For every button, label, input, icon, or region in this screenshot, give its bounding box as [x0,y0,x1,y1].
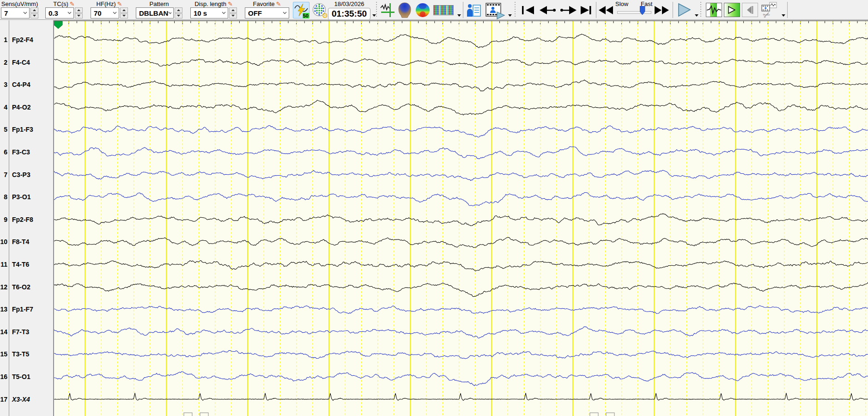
go-to-end-button[interactable] [580,6,593,14]
analysis-back-button[interactable] [742,3,758,17]
spinner-down-button[interactable] [30,13,38,19]
go-to-start-button[interactable] [522,6,534,14]
page-back-button[interactable] [540,6,556,14]
dropdown-disp-length[interactable]: 10 s [190,7,228,18]
trace-T6-O2 [54,282,868,297]
spinner-down-button[interactable] [229,13,237,19]
eeg-canvas[interactable] [54,20,868,416]
dropdown-sens-uv-mm-[interactable]: 7 [1,7,30,18]
separator [700,2,701,18]
channel-label-P3-O1[interactable]: P3-O1 [12,193,30,201]
maps-dropdown-arrow[interactable] [457,14,461,17]
speed-slider-handle[interactable] [640,6,645,15]
fast-forward-icon [655,6,669,14]
separator [515,2,516,18]
speed-slider-track[interactable] [617,11,651,14]
fast-forward-button[interactable] [655,6,669,14]
video-clip-button[interactable]: ✂ [760,1,780,19]
channel-number: 17 [0,395,7,404]
channel-label-F8-T4[interactable]: F8-T4 [12,238,29,246]
head-3d-map-button[interactable] [397,2,412,18]
event-marker-box[interactable] [184,413,192,416]
channel-label-C3-P3[interactable]: C3-P3 [12,171,30,179]
trace-mode-button[interactable] [380,2,395,18]
event-marker-box[interactable] [200,413,208,416]
patient-info-button[interactable] [467,3,481,18]
field-label: TC(s) [53,0,68,7]
notch-filter-50hz-button[interactable]: 50 [293,2,310,18]
trace-Fp1-F3 [54,126,868,137]
trace-T5-O1 [54,372,868,386]
channel-label-F3-C3[interactable]: F3-C3 [12,148,30,156]
channel-label-X3-X4[interactable]: X3-X4 [12,395,30,404]
separator [787,2,788,18]
channel-label-Fp2-F8[interactable]: Fp2-F8 [12,215,33,224]
page-forward-button[interactable] [560,6,577,14]
analysis-trace-button[interactable] [706,3,722,17]
video-dropdown-arrow[interactable] [508,14,512,17]
rewind-button[interactable] [599,6,613,14]
channel-label-F4-C4[interactable]: F4-C4 [12,58,30,67]
dropdown-tc-s-[interactable]: 0.3 [45,7,74,18]
topographic-map-button[interactable] [415,2,431,18]
edit-pencil-icon[interactable]: ✎ [228,1,233,7]
dropdown-hf-hz-[interactable]: 70 [91,7,119,18]
dropdown-pattern[interactable]: DBLBAN [136,7,174,18]
channel-label-F7-T3[interactable]: F7-T3 [12,328,29,336]
spinner-up-button[interactable] [75,7,83,13]
dropdown-favorite[interactable]: OFF [245,7,289,18]
video-film-icon [485,2,505,19]
time-dropdown-arrow[interactable] [372,14,376,17]
head-3d-icon [397,2,412,18]
video-button[interactable] [485,2,505,19]
event-marker-box[interactable] [590,413,598,416]
spinner-up-button[interactable] [30,7,38,13]
play-green-icon [724,3,740,17]
spinner-up-button[interactable] [120,7,128,13]
channel-label-T4-T6[interactable]: T4-T6 [12,260,29,269]
edit-pencil-icon[interactable]: ✎ [70,1,75,7]
channel-label-C4-P4[interactable]: C4-P4 [12,80,30,89]
eeg-trace-view[interactable] [54,20,868,416]
spinner-down-button[interactable] [120,13,128,19]
channel-label-Fp1-F7[interactable]: Fp1-F7 [12,305,33,313]
event-marker-box[interactable] [606,413,614,416]
film-scissors-icon: ✂ [760,1,780,19]
spectrogram-button[interactable] [433,5,454,15]
ruler-ticks [61,21,865,27]
separator [596,2,596,18]
spinner-up-button[interactable] [175,7,182,13]
dropdown-value: DBLBAN [139,9,168,17]
play-button[interactable] [677,3,692,17]
field-disp-length: Disp. length✎10 s [190,0,237,18]
play-dropdown-arrow[interactable] [695,14,698,17]
channel-label-T3-T5[interactable]: T3-T5 [12,350,29,358]
analysis-play-button[interactable] [724,3,740,17]
field-label: Favorite [253,0,275,7]
spinner-down-button[interactable] [75,13,83,19]
dropdown-value: 70 [94,9,102,17]
channel-number: 13 [0,305,7,313]
clip-dropdown-arrow[interactable] [782,14,785,17]
channel-label-T6-O2[interactable]: T6-O2 [12,283,30,291]
channel-number: 2 [0,58,7,67]
play-icon [677,3,692,17]
channel-label-Fp2-F4[interactable]: Fp2-F4 [12,36,33,44]
trace-on-green-icon [706,3,722,17]
edit-pencil-icon[interactable]: ✎ [117,1,122,7]
trace-F4-C4 [54,59,868,67]
spinner-up-button[interactable] [229,7,237,13]
edit-pencil-icon[interactable]: ✎ [276,1,281,7]
position-marker[interactable] [54,21,62,29]
time-display[interactable]: 01:35:50 [328,8,370,20]
channel-label-T5-O1[interactable]: T5-O1 [12,373,30,381]
trace-P4-O2 [54,100,868,115]
channel-number: 8 [0,193,7,201]
spinner-down-button[interactable] [175,13,182,19]
field-label: Sens(uV/mm) [1,0,38,7]
montage-settings-button[interactable]: ⚙ [311,2,328,18]
channel-number: 7 [0,171,7,179]
channel-label-Fp1-F3[interactable]: Fp1-F3 [12,125,33,134]
trace-X3-X4 [54,393,868,400]
channel-label-P4-O2[interactable]: P4-O2 [12,103,30,111]
